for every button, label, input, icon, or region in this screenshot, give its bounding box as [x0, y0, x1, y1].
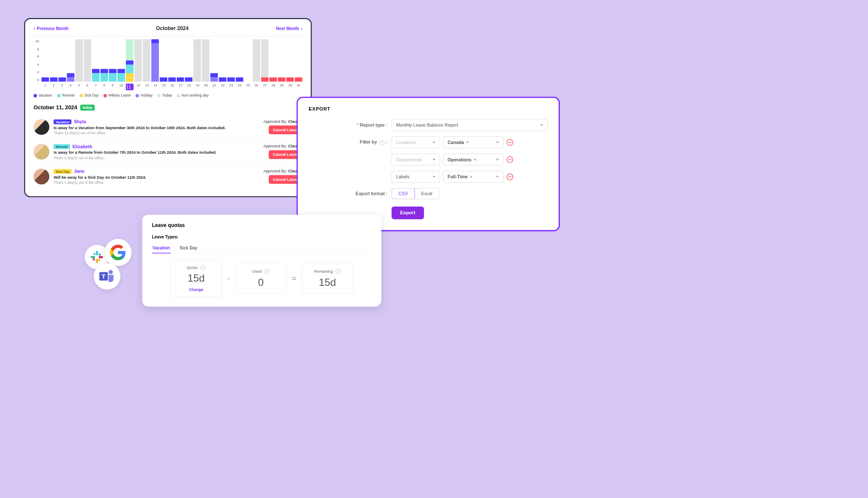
help-icon[interactable]: ? — [200, 265, 205, 270]
day-24[interactable]: 24 — [236, 83, 243, 90]
day-21[interactable]: 21 — [211, 83, 218, 90]
day-15[interactable]: 15 — [160, 83, 168, 90]
tab-vacation[interactable]: Vacation — [152, 243, 170, 253]
day-28[interactable]: 28 — [270, 83, 277, 90]
day-2[interactable]: 2 — [50, 83, 58, 90]
next-month-link[interactable]: Next Month › — [276, 26, 302, 31]
day-4[interactable]: 4 — [67, 83, 74, 90]
day-17[interactable]: 17 — [177, 83, 184, 90]
prev-month-link[interactable]: ‹ Previous Month — [33, 26, 69, 31]
leave-description: Is away for a Remote from October 7th 20… — [53, 150, 259, 155]
format-option-csv[interactable]: CSV — [392, 188, 415, 199]
day-12[interactable]: 12 — [135, 83, 142, 90]
chevron-down-icon — [432, 176, 435, 177]
person-name[interactable]: Elizabeth — [72, 144, 92, 149]
legend-item: Today — [157, 94, 172, 98]
help-icon[interactable]: ? — [264, 268, 269, 274]
filter-row: Filter by ? : Locations Canada ✕ — [309, 136, 548, 148]
avatar — [33, 169, 49, 184]
svg-point-5 — [99, 254, 101, 256]
leave-subtext: That's 5 day(s) out of the office. — [53, 156, 259, 160]
avatar — [33, 144, 49, 160]
format-toggle: CSVExcel — [392, 188, 439, 199]
filter-type-select[interactable]: Locations — [392, 136, 440, 148]
day-16[interactable]: 16 — [168, 83, 176, 90]
day-27[interactable]: 27 — [261, 83, 269, 90]
filter-value-select[interactable]: Operations ✕ — [443, 154, 504, 166]
google-icon — [104, 239, 131, 266]
export-format-label: Export format : — [309, 191, 387, 196]
day-19[interactable]: 19 — [194, 83, 201, 90]
tab-sick-day[interactable]: Sick Day — [179, 243, 198, 253]
day-1[interactable]: 1 — [42, 83, 49, 90]
day-5[interactable]: 5 — [75, 83, 83, 90]
svg-point-10 — [108, 270, 113, 274]
person-name[interactable]: Shyla — [74, 119, 86, 124]
day-30[interactable]: 30 — [287, 83, 294, 90]
quotas-subtitle: Leave Types: — [152, 235, 371, 239]
legend-item: Military Leave — [103, 94, 131, 98]
help-icon[interactable]: ? — [336, 268, 341, 274]
delete-filter-icon[interactable] — [506, 173, 513, 180]
help-icon[interactable]: ? — [379, 140, 384, 145]
export-format-row: Export format : CSVExcel — [309, 188, 548, 199]
legend-item: Vacation — [33, 94, 52, 98]
legend-item: Remote — [57, 94, 75, 98]
next-month-label: Next Month — [276, 26, 299, 31]
remove-tag-icon[interactable]: ✕ — [466, 140, 469, 145]
quotas-card: Leave quotas Leave Types: VacationSick D… — [142, 215, 381, 307]
day-26[interactable]: 26 — [253, 83, 260, 90]
filter-type-select[interactable]: Departments — [392, 154, 440, 166]
chevron-down-icon — [432, 158, 435, 160]
delete-filter-icon[interactable] — [506, 139, 513, 146]
day-31[interactable]: 31 — [295, 83, 303, 90]
day-13[interactable]: 13 — [143, 83, 151, 90]
filters-group: Filter by ? : Locations Canada ✕ Departm… — [309, 136, 548, 183]
day-8[interactable]: 8 — [100, 83, 108, 90]
calendar-card: ‹ Previous Month October 2024 Next Month… — [24, 18, 312, 197]
day-3[interactable]: 3 — [58, 83, 66, 90]
calendar-nav: ‹ Previous Month October 2024 Next Month… — [33, 26, 302, 36]
chevron-down-icon — [496, 158, 499, 160]
day-18[interactable]: 18 — [185, 83, 193, 90]
day-25[interactable]: 25 — [244, 83, 252, 90]
report-type-label: * Report type : — [309, 122, 387, 128]
person-name[interactable]: Jane — [74, 169, 84, 174]
remove-tag-icon[interactable]: ✕ — [470, 174, 473, 179]
filter-value-select[interactable]: Canada ✕ — [443, 136, 504, 148]
format-option-excel[interactable]: Excel — [415, 188, 439, 199]
day-20[interactable]: 20 — [202, 83, 210, 90]
filter-type-select[interactable]: Labels — [392, 171, 440, 183]
used-label: Used? — [247, 268, 275, 274]
remaining-label: Remaining? — [314, 268, 342, 274]
day-7[interactable]: 7 — [92, 83, 100, 90]
leave-list: Vacation Shyla Is away for a Vacation fr… — [33, 115, 302, 189]
chevron-down-icon — [432, 141, 435, 143]
day-9[interactable]: 9 — [109, 83, 117, 90]
day-14[interactable]: 14 — [152, 83, 159, 90]
export-button[interactable]: Export — [392, 207, 424, 219]
day-6[interactable]: 6 — [83, 83, 91, 90]
leave-chart: 1086420 — [33, 39, 302, 82]
day-29[interactable]: 29 — [278, 83, 286, 90]
day-22[interactable]: 22 — [219, 83, 227, 90]
chart-y-axis: 1086420 — [33, 39, 39, 82]
report-type-row: * Report type : Monthly Leave Balance Re… — [309, 119, 548, 131]
chevron-down-icon — [496, 141, 499, 143]
report-type-select[interactable]: Monthly Leave Balance Report — [392, 119, 548, 131]
day-23[interactable]: 23 — [228, 83, 235, 90]
filter-value-select[interactable]: Full-Time ✕ — [443, 171, 504, 183]
quota-box: Quota? 15d Change — [170, 260, 222, 297]
legend-item: Holiday — [136, 94, 153, 98]
remove-tag-icon[interactable]: ✕ — [473, 157, 477, 162]
day-10[interactable]: 10 — [117, 83, 125, 90]
delete-filter-icon[interactable] — [506, 156, 513, 163]
change-link[interactable]: Change — [182, 287, 210, 292]
chevron-right-icon: › — [301, 26, 302, 31]
leave-description: Is away for a Vacation from September 30… — [53, 125, 259, 130]
day-11[interactable]: 11 — [126, 83, 134, 90]
teams-icon: T — [94, 263, 120, 290]
filter-label: Filter by ? : — [309, 139, 387, 145]
calendar-title: October 2024 — [156, 26, 189, 32]
used-value: 0 — [247, 276, 275, 288]
